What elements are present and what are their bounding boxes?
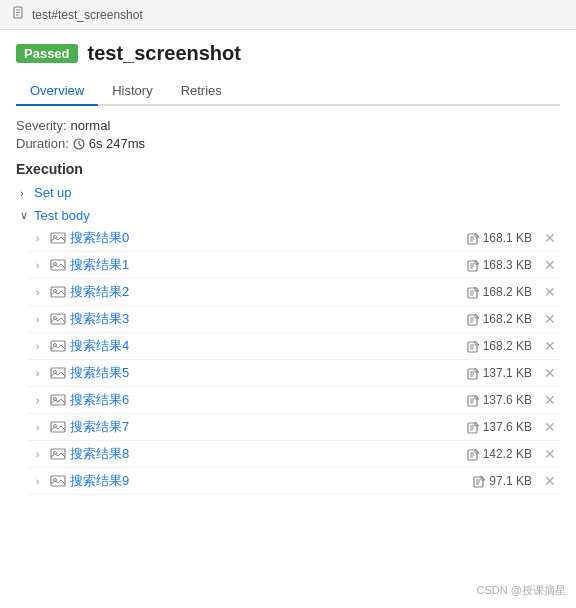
result-row[interactable]: › 搜索结果0 168.1 KB bbox=[28, 225, 560, 252]
screenshot-icon bbox=[50, 419, 66, 435]
severity-label: Severity: bbox=[16, 118, 67, 133]
duration-value: 6s 247ms bbox=[89, 136, 145, 151]
result-close-button[interactable]: ✕ bbox=[542, 311, 558, 327]
result-size: 142.2 KB bbox=[467, 447, 532, 461]
result-size: 137.6 KB bbox=[467, 393, 532, 407]
result-close-button[interactable]: ✕ bbox=[542, 284, 558, 300]
passed-badge: Passed bbox=[16, 44, 78, 63]
duration-label: Duration: bbox=[16, 136, 69, 151]
main-content: Passed test_screenshot Overview History … bbox=[0, 30, 576, 495]
results-list: › 搜索结果0 168.1 KB bbox=[28, 225, 560, 495]
execution-title: Execution bbox=[16, 161, 560, 177]
result-row[interactable]: › 搜索结果5 137.1 KB bbox=[28, 360, 560, 387]
tab-overview[interactable]: Overview bbox=[16, 77, 98, 106]
screenshot-icon bbox=[50, 284, 66, 300]
result-chevron: › bbox=[36, 260, 46, 271]
result-name: 搜索结果7 bbox=[70, 418, 463, 436]
result-size: 137.1 KB bbox=[467, 366, 532, 380]
setup-row[interactable]: › Set up bbox=[16, 183, 560, 202]
test-body-chevron: ∨ bbox=[20, 209, 30, 222]
result-name: 搜索结果3 bbox=[70, 310, 463, 328]
result-chevron: › bbox=[36, 314, 46, 325]
result-close-button[interactable]: ✕ bbox=[542, 230, 558, 246]
watermark: CSDN @授课摘星 bbox=[477, 583, 566, 598]
result-name: 搜索结果5 bbox=[70, 364, 463, 382]
screenshot-icon bbox=[50, 230, 66, 246]
result-chevron: › bbox=[36, 233, 46, 244]
test-body-row[interactable]: ∨ Test body bbox=[16, 206, 560, 225]
svg-rect-49 bbox=[51, 422, 65, 432]
result-name: 搜索结果9 bbox=[70, 472, 469, 490]
result-size: 168.2 KB bbox=[467, 312, 532, 326]
result-close-button[interactable]: ✕ bbox=[542, 473, 558, 489]
result-chevron: › bbox=[36, 422, 46, 433]
screenshot-icon bbox=[50, 311, 66, 327]
svg-rect-31 bbox=[51, 341, 65, 351]
topbar-label: test#test_screenshot bbox=[32, 8, 143, 22]
screenshot-icon bbox=[50, 392, 66, 408]
tab-retries[interactable]: Retries bbox=[167, 77, 236, 106]
result-size: 97.1 KB bbox=[473, 474, 532, 488]
result-size: 168.2 KB bbox=[467, 285, 532, 299]
svg-line-6 bbox=[79, 144, 82, 146]
svg-rect-13 bbox=[51, 260, 65, 270]
svg-rect-7 bbox=[51, 233, 65, 243]
execution-section: Execution › Set up ∨ Test body › 搜索结果0 bbox=[16, 161, 560, 495]
result-row[interactable]: › 搜索结果7 137.6 KB bbox=[28, 414, 560, 441]
svg-rect-55 bbox=[51, 449, 65, 459]
result-chevron: › bbox=[36, 368, 46, 379]
result-name: 搜索结果6 bbox=[70, 391, 463, 409]
result-size: 168.2 KB bbox=[467, 339, 532, 353]
test-header: Passed test_screenshot bbox=[16, 42, 560, 65]
result-row[interactable]: › 搜索结果6 137.6 KB bbox=[28, 387, 560, 414]
result-size: 168.3 KB bbox=[467, 258, 532, 272]
result-name: 搜索结果2 bbox=[70, 283, 463, 301]
result-row[interactable]: › 搜索结果9 97.1 KB ✕ bbox=[28, 468, 560, 495]
result-chevron: › bbox=[36, 395, 46, 406]
result-close-button[interactable]: ✕ bbox=[542, 446, 558, 462]
result-name: 搜索结果0 bbox=[70, 229, 463, 247]
result-close-button[interactable]: ✕ bbox=[542, 365, 558, 381]
duration-row: Duration: 6s 247ms bbox=[16, 136, 560, 151]
result-row[interactable]: › 搜索结果8 142.2 KB bbox=[28, 441, 560, 468]
screenshot-icon bbox=[50, 365, 66, 381]
result-size: 168.1 KB bbox=[467, 231, 532, 245]
result-row[interactable]: › 搜索结果3 168.2 KB bbox=[28, 306, 560, 333]
result-chevron: › bbox=[36, 476, 46, 487]
tabs: Overview History Retries bbox=[16, 77, 560, 106]
svg-rect-19 bbox=[51, 287, 65, 297]
svg-rect-43 bbox=[51, 395, 65, 405]
svg-rect-37 bbox=[51, 368, 65, 378]
result-close-button[interactable]: ✕ bbox=[542, 392, 558, 408]
result-name: 搜索结果1 bbox=[70, 256, 463, 274]
screenshot-icon bbox=[50, 257, 66, 273]
test-body-label: Test body bbox=[34, 208, 90, 223]
result-name: 搜索结果8 bbox=[70, 445, 463, 463]
tab-history[interactable]: History bbox=[98, 77, 166, 106]
clock-icon bbox=[73, 138, 85, 150]
result-row[interactable]: › 搜索结果4 168.2 KB bbox=[28, 333, 560, 360]
result-size: 137.6 KB bbox=[467, 420, 532, 434]
svg-rect-61 bbox=[51, 476, 65, 486]
setup-chevron: › bbox=[20, 187, 30, 199]
test-file-icon bbox=[12, 6, 26, 23]
result-close-button[interactable]: ✕ bbox=[542, 419, 558, 435]
result-chevron: › bbox=[36, 287, 46, 298]
screenshot-icon bbox=[50, 338, 66, 354]
svg-rect-25 bbox=[51, 314, 65, 324]
severity-row: Severity: normal bbox=[16, 118, 560, 133]
result-row[interactable]: › 搜索结果2 168.2 KB bbox=[28, 279, 560, 306]
test-title: test_screenshot bbox=[88, 42, 241, 65]
result-row[interactable]: › 搜索结果1 168.3 KB bbox=[28, 252, 560, 279]
top-bar: test#test_screenshot bbox=[0, 0, 576, 30]
setup-label: Set up bbox=[34, 185, 72, 200]
meta-section: Severity: normal Duration: 6s 247ms bbox=[16, 118, 560, 151]
result-chevron: › bbox=[36, 341, 46, 352]
screenshot-icon bbox=[50, 446, 66, 462]
result-close-button[interactable]: ✕ bbox=[542, 338, 558, 354]
screenshot-icon bbox=[50, 473, 66, 489]
result-close-button[interactable]: ✕ bbox=[542, 257, 558, 273]
result-chevron: › bbox=[36, 449, 46, 460]
result-name: 搜索结果4 bbox=[70, 337, 463, 355]
severity-value: normal bbox=[71, 118, 111, 133]
